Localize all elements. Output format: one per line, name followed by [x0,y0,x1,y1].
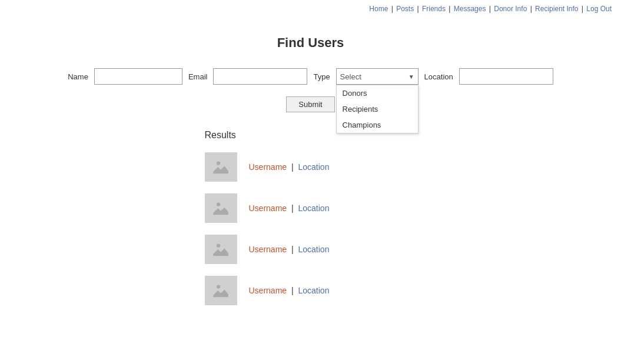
avatar-icon-1 [211,158,230,176]
search-form: Name Email Type Select ▼ Donors Recipien… [0,68,621,85]
type-dropdown-container: Select ▼ Donors Recipients Champions [336,68,419,85]
user-info-3: Username | Location [249,245,330,254]
email-label: Email [188,72,208,81]
chevron-down-icon: ▼ [409,74,414,80]
submit-button[interactable]: Submit [286,96,334,112]
nav-recipient-info[interactable]: Recipient Info [535,5,578,13]
type-select-button[interactable]: Select ▼ [336,68,419,85]
avatar-2 [205,193,237,223]
avatar-4 [205,276,237,305]
user-info-1: Username | Location [249,162,330,172]
avatar-icon-4 [211,281,230,300]
username-4: Username [249,286,287,295]
location-label: Location [424,72,453,81]
location-1: Location [298,162,330,172]
svg-point-4 [217,202,220,206]
type-option-recipients[interactable]: Recipients [337,101,418,117]
result-item-1: Username | Location [205,152,487,182]
type-dropdown-menu: Donors Recipients Champions [336,85,419,133]
email-input[interactable] [213,68,307,85]
location-2: Location [298,203,330,213]
separator-2: | [291,203,294,213]
result-item-4: Username | Location [205,276,487,305]
svg-point-10 [217,285,220,288]
nav-log-out[interactable]: Log Out [586,5,612,13]
nav-donor-info[interactable]: Donor Info [494,5,527,13]
nav-messages[interactable]: Messages [454,5,486,13]
page-title: Find Users [0,35,621,51]
separator-4: | [291,286,294,295]
user-info-4: Username | Location [249,286,330,295]
name-input[interactable] [94,68,182,85]
result-item-3: Username | Location [205,235,487,264]
type-option-champions[interactable]: Champions [337,117,418,133]
top-navigation: Home | Posts | Friends | Messages | Dono… [0,0,621,18]
nav-home[interactable]: Home [369,5,388,13]
name-label: Name [68,72,88,81]
user-info-2: Username | Location [249,203,330,213]
separator-3: | [291,245,294,254]
svg-point-7 [217,243,220,247]
username-3: Username [249,245,287,254]
avatar-1 [205,152,237,182]
type-option-donors[interactable]: Donors [337,85,418,101]
avatar-3 [205,235,237,264]
separator-1: | [291,162,294,172]
nav-friends[interactable]: Friends [422,5,446,13]
avatar-icon-2 [211,199,230,218]
results-section: Results Username | Location Username | [134,130,487,305]
result-item-2: Username | Location [205,193,487,223]
location-input[interactable] [459,68,553,85]
avatar-icon-3 [211,240,230,259]
type-select-label: Select [340,72,361,81]
username-2: Username [249,203,287,213]
type-label: Type [313,72,330,81]
nav-posts[interactable]: Posts [396,5,414,13]
svg-point-1 [217,161,220,165]
username-1: Username [249,162,287,172]
location-3: Location [298,245,330,254]
location-4: Location [298,286,330,295]
